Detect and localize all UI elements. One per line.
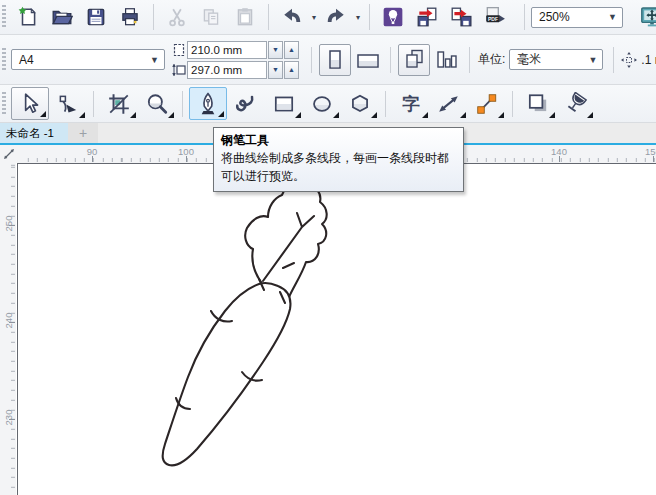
transparency-glass-icon <box>564 92 588 116</box>
pick-tool-icon <box>18 92 42 116</box>
new-tab-button[interactable]: + <box>68 123 98 143</box>
toolbar-grip[interactable] <box>2 92 6 116</box>
full-screen-preview-icon <box>640 5 656 29</box>
paper-width-spin-up[interactable]: ▲ <box>284 41 299 59</box>
pen-tool-tooltip: 钢笔工具 将曲线绘制成多条线段，每画一条线段时都可以进行预览。 <box>213 127 464 192</box>
ruler-major-tick <box>9 419 15 420</box>
nudge-offset-value: .1 m <box>641 53 656 67</box>
drawing-canvas[interactable] <box>0 163 656 495</box>
tool-drop-shadow[interactable] <box>519 87 557 120</box>
open-button[interactable] <box>45 2 79 32</box>
toolbar-grip[interactable] <box>2 48 6 72</box>
print-button[interactable] <box>113 2 147 32</box>
copy-button[interactable] <box>194 2 228 32</box>
ruler-major-tick <box>653 156 654 162</box>
export-button[interactable] <box>444 2 478 32</box>
flyout-triangle <box>40 111 46 117</box>
coreldraw-window: ▾ ▾ <box>0 0 656 495</box>
ruler-origin[interactable] <box>0 145 17 163</box>
publish-to-pdf-button[interactable]: PDF <box>478 2 512 32</box>
svg-text:字: 字 <box>402 94 420 114</box>
paper-height-spin-up[interactable]: ▲ <box>284 61 299 79</box>
flyout-triangle <box>218 111 224 117</box>
flyout-triangle <box>79 112 85 118</box>
vertical-ruler-labels: 250240230 <box>0 163 16 495</box>
toolbar-separator <box>311 47 312 73</box>
toolbar-grip[interactable] <box>2 5 6 29</box>
ruler-major-tick <box>9 225 15 226</box>
drop-shadow-tool-icon <box>526 92 550 116</box>
text-tool-icon: 字 <box>399 92 423 116</box>
ruler-major-tick <box>186 156 187 162</box>
chevron-down-icon: ▼ <box>608 12 617 22</box>
flyout-triangle <box>498 112 504 118</box>
paper-width-field[interactable]: 210.0 mm <box>187 41 267 59</box>
tool-freehand[interactable] <box>227 87 265 120</box>
paper-height-spin-down[interactable]: ▼ <box>268 61 283 79</box>
toolbar-separator <box>153 4 154 30</box>
paper-preset-combobox[interactable]: A4 ▼ <box>11 49 165 70</box>
svg-text:PDF: PDF <box>488 16 498 22</box>
ruler-tick-label: 250 <box>3 216 14 232</box>
page-left-edge <box>17 163 18 495</box>
full-screen-preview-button[interactable] <box>635 2 656 32</box>
zoom-level-combobox[interactable]: 250% ▼ <box>531 7 623 28</box>
zoom-level-value: 250% <box>539 10 570 24</box>
redo-button[interactable] <box>319 2 353 32</box>
ruler-major-tick <box>9 322 15 323</box>
flyout-triangle <box>295 112 301 118</box>
tool-text[interactable]: 字 <box>392 87 430 120</box>
current-page-size-button[interactable] <box>432 45 462 75</box>
tool-ellipse[interactable] <box>303 87 341 120</box>
flyout-triangle <box>422 112 428 118</box>
pen-tool-icon <box>196 92 220 116</box>
redo-dropdown-arrow[interactable]: ▾ <box>353 13 363 22</box>
new-document-icon <box>17 6 39 28</box>
document-tab-label: 未命名 -1 <box>6 126 54 141</box>
landscape-orientation-button[interactable] <box>353 45 383 75</box>
tool-pick[interactable] <box>11 87 49 120</box>
ruler-tick-label: 230 <box>3 410 14 426</box>
tool-pen[interactable] <box>189 87 227 120</box>
document-tab[interactable]: 未命名 -1 <box>0 123 68 143</box>
save-floppy-icon <box>85 6 107 28</box>
tool-connector[interactable] <box>468 87 506 120</box>
tooltip-body: 将曲线绘制成多条线段，每画一条线段时都可以进行预览。 <box>221 150 457 185</box>
undo-dropdown-arrow[interactable]: ▾ <box>309 13 319 22</box>
tool-shape[interactable] <box>49 87 87 120</box>
import-button[interactable] <box>410 2 444 32</box>
redo-icon <box>325 6 347 28</box>
tool-zoom[interactable] <box>138 87 176 120</box>
portrait-orientation-button[interactable] <box>319 44 351 76</box>
landscape-icon <box>355 49 381 71</box>
ruler-tick-label: 240 <box>3 313 14 329</box>
application-launcher-button[interactable] <box>376 2 410 32</box>
toolbar-separator <box>390 47 391 73</box>
tool-crop[interactable] <box>100 87 138 120</box>
units-combobox[interactable]: 毫米 ▼ <box>509 49 603 70</box>
tool-polygon[interactable] <box>341 87 379 120</box>
save-button[interactable] <box>79 2 113 32</box>
ruler-origin-icon <box>3 148 15 160</box>
paper-width-icon <box>171 43 187 57</box>
paper-height-field[interactable]: 297.0 mm <box>187 61 267 79</box>
tool-transparency[interactable] <box>557 87 595 120</box>
new-document-button[interactable] <box>11 2 45 32</box>
portrait-icon <box>324 48 346 72</box>
ruler-major-tick <box>92 156 93 162</box>
tool-rectangle[interactable] <box>265 87 303 120</box>
flyout-triangle <box>371 112 377 118</box>
paper-height-icon <box>171 63 187 77</box>
all-pages-size-button[interactable] <box>398 44 430 76</box>
paste-clipboard-icon <box>234 6 256 28</box>
cut-button[interactable] <box>160 2 194 32</box>
paper-width-spin-down[interactable]: ▼ <box>268 41 283 59</box>
flyout-triangle <box>460 112 466 118</box>
flyout-triangle <box>587 112 593 118</box>
flyout-triangle <box>333 112 339 118</box>
nudge-offset-icon <box>620 51 638 69</box>
pdf-icon: PDF <box>484 6 506 28</box>
undo-button[interactable] <box>275 2 309 32</box>
paste-button[interactable] <box>228 2 262 32</box>
tool-parallel-dimension[interactable] <box>430 87 468 120</box>
